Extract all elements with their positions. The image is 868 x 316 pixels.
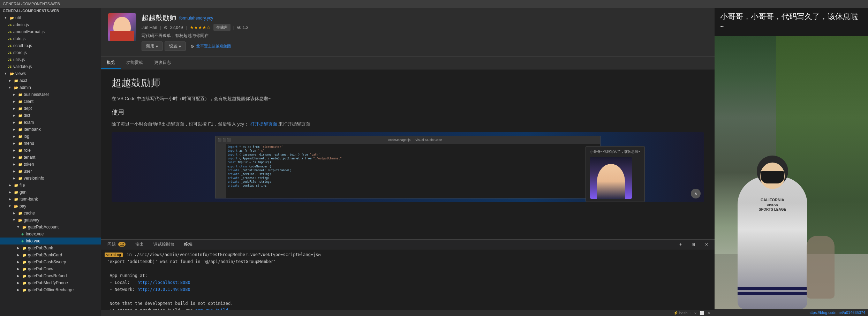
download-icon: ⊙ xyxy=(164,25,167,30)
tab-overview[interactable]: 概览 xyxy=(101,57,121,69)
homepage-link-text[interactable]: 北平置上超越粉丝团 xyxy=(196,44,231,49)
tab-changelog[interactable]: 更改日志 xyxy=(149,57,176,69)
sidebar-item-info-vue[interactable]: ◈ info.vue xyxy=(0,238,101,244)
disable-button[interactable]: 禁用 ▾ xyxy=(142,42,163,51)
tab-features[interactable]: 功能贡献 xyxy=(121,57,149,69)
extension-downloads: 22,049 xyxy=(170,25,183,30)
sidebar-item-user[interactable]: 📁 user xyxy=(0,168,101,175)
sidebar-item-index-vue[interactable]: ◈ index.vue xyxy=(0,231,101,238)
terminal-close-icon[interactable]: ✕ xyxy=(701,241,712,248)
sidebar-item-gatepabdrawrefund[interactable]: 📁 gatePabDrawRefund xyxy=(0,272,101,279)
sidebar-item-tenant[interactable]: 📁 tenant xyxy=(0,154,101,161)
sidebar-item-validate-js[interactable]: JS validate.js xyxy=(0,63,101,70)
sidebar-label: gatePabDrawRefund xyxy=(28,273,67,278)
homepage-link: ⚙ xyxy=(190,44,194,49)
sidebar-label: exam xyxy=(24,120,34,125)
terminal-tab-problems[interactable]: 问题 12 xyxy=(104,240,129,249)
sidebar-item-gen[interactable]: 📁 gen xyxy=(0,189,101,196)
sidebar-item-gatepabmodifyphone[interactable]: 📁 gatePabModifyPhone xyxy=(0,279,101,286)
terminal-dropdown-icon[interactable]: ∨ xyxy=(694,311,697,315)
sidebar-item-amountformat-js[interactable]: JS amountFormat.js xyxy=(0,28,101,35)
terminal-body: warning in ./src/views/admin/versionInfo… xyxy=(101,249,715,310)
chevron-right-icon xyxy=(15,287,21,293)
folder-icon: 📂 xyxy=(9,15,15,21)
sidebar-label: log xyxy=(24,134,29,139)
sidebar-item-itembank[interactable]: 📁 itembank xyxy=(0,126,101,133)
sidebar-item-dict[interactable]: 📁 dict xyxy=(0,112,101,119)
sidebar-label: token xyxy=(24,162,34,167)
folder-icon: 📁 xyxy=(22,273,27,279)
terminal-tab-debug[interactable]: 调试控制台 xyxy=(150,240,178,249)
local-url[interactable]: http://localhost:8080 xyxy=(137,280,190,285)
folder-icon: 📁 xyxy=(17,113,23,118)
disable-label: 禁用 xyxy=(146,43,154,49)
sidebar-item-admin-js[interactable]: JS admin.js xyxy=(0,21,101,28)
sidebar-item-date-js[interactable]: JS date.js xyxy=(0,35,101,42)
terminal-add-icon[interactable]: + xyxy=(689,311,691,315)
chevron-down-icon xyxy=(3,71,8,76)
sidebar-item-utils-js[interactable]: JS utils.js xyxy=(0,56,101,63)
terminal-plus-icon[interactable]: + xyxy=(676,241,685,248)
sidebar-item-client[interactable]: 📁 client xyxy=(0,98,101,105)
vue-icon: ◈ xyxy=(20,238,25,244)
sidebar-item-log[interactable]: 📁 log xyxy=(0,133,101,140)
tabs-bar: 概览 功能贡献 更改日志 xyxy=(101,57,715,69)
sidebar-item-pay[interactable]: 📂 pay xyxy=(0,203,101,210)
sidebar-item-gatepabofflinerecharge[interactable]: 📁 gatePabOfflineRecharge xyxy=(0,286,101,293)
sidebar-item-gateway[interactable]: 📂 gateway xyxy=(0,217,101,224)
sidebar-item-token[interactable]: 📁 token xyxy=(0,161,101,168)
terminal-maximize-icon[interactable]: ⬜ xyxy=(700,311,704,315)
folder-icon: 📁 xyxy=(13,196,19,202)
sidebar-item-util[interactable]: 📂 util xyxy=(0,14,101,21)
terminal-close-icon[interactable]: ✕ xyxy=(707,311,710,315)
warning-badge: warning xyxy=(105,253,123,257)
terminal-tab-terminal[interactable]: 终端 xyxy=(181,240,196,249)
settings-button[interactable]: 设置 ▾ xyxy=(165,42,186,51)
sidebar-item-dept[interactable]: 📁 dept xyxy=(0,105,101,112)
sidebar-item-file[interactable]: 📁 file xyxy=(0,182,101,189)
scroll-up-button[interactable]: ∧ xyxy=(691,189,701,198)
sidebar-item-businessuser[interactable]: 📁 businessUser xyxy=(0,91,101,98)
readme-link[interactable]: 打开提醒页面 xyxy=(250,121,277,127)
sidebar-item-gatepabbank[interactable]: 📁 gatePabBank xyxy=(0,244,101,251)
network-url[interactable]: http://10.0.1.49:8080 xyxy=(137,287,190,292)
sidebar-item-versioninfo[interactable]: 📁 versionInfo xyxy=(0,175,101,182)
sidebar-item-gatepabbankcard[interactable]: 📁 gatePabBankCard xyxy=(0,251,101,258)
sidebar-item-gatepabcashsweep[interactable]: 📁 gatePabCashSweep xyxy=(0,258,101,265)
sidebar-item-exam[interactable]: 📁 exam xyxy=(0,119,101,126)
folder-icon: 📁 xyxy=(17,127,23,132)
chevron-right-icon xyxy=(11,148,17,153)
vscode-mock-body: import * as ac from 'micromaster' import… xyxy=(216,144,600,198)
separator2: | xyxy=(186,25,187,30)
js-icon: JS xyxy=(7,36,13,42)
sidebar-label: gatePabCashSweep xyxy=(28,259,66,264)
sidebar-item-gatepabdraw[interactable]: 📁 gatePabDraw xyxy=(0,265,101,272)
terminal-tab-output[interactable]: 输出 xyxy=(132,240,147,249)
folder-icon: 📁 xyxy=(17,92,23,97)
sidebar-item-scroll-js[interactable]: JS scroll-to.js xyxy=(0,42,101,49)
vscode-mock-sidebar xyxy=(216,144,226,198)
terminal-split-icon[interactable]: ⊞ xyxy=(688,241,699,248)
sidebar-item-menu[interactable]: 📁 menu xyxy=(0,140,101,147)
top-bar: GENERAL-COMPONENTS-WEB xyxy=(0,0,868,8)
sidebar-item-cache[interactable]: 📁 cache xyxy=(0,210,101,217)
folder-icon: 📁 xyxy=(13,78,19,83)
extension-id[interactable]: formulahendry.ycy xyxy=(179,16,213,21)
folder-icon: 📁 xyxy=(22,245,27,251)
sidebar-item-gatepabaccount[interactable]: 📂 gatePabAccount xyxy=(0,224,101,231)
extension-version: v0.1.2 xyxy=(237,25,249,30)
folder-icon: 📂 xyxy=(9,71,15,76)
readme-usage-desc: 除了每过一小时会自动弹出提醒页面，也可以按 F1，然后输入 ycy： 打开提醒页… xyxy=(112,121,704,128)
folder-icon: 📁 xyxy=(17,120,23,125)
csdn-link[interactable]: https://blog.csdn.net/u014635374 xyxy=(808,310,865,315)
sidebar-label: util xyxy=(15,15,21,20)
sidebar-item-item-bank[interactable]: 📁 item-bank xyxy=(0,196,101,203)
sidebar-item-role[interactable]: 📁 role xyxy=(0,147,101,154)
vscode-mock: ⬛ ⬛ ⬛ codeManager.js — Visual Studio Cod… xyxy=(215,136,600,198)
sidebar-item-admin[interactable]: 📂 admin xyxy=(0,84,101,91)
sidebar-item-store-js[interactable]: JS store.js xyxy=(0,49,101,56)
js-icon: JS xyxy=(7,57,13,62)
sidebar-item-views[interactable]: 📂 views xyxy=(0,70,101,77)
sidebar-label: info.vue xyxy=(26,239,40,243)
sidebar-item-acct[interactable]: 📁 acct xyxy=(0,77,101,84)
